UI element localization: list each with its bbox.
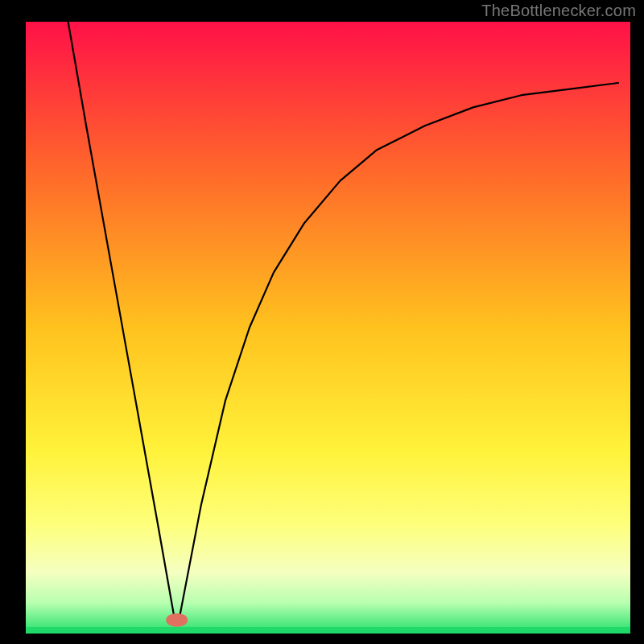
chart-svg — [0, 0, 644, 644]
baseline-strip — [26, 627, 630, 634]
optimum-marker — [166, 613, 188, 627]
plot-background — [26, 22, 630, 634]
watermark-text: TheBottlenecker.com — [481, 2, 636, 20]
chart-container: TheBottlenecker.com — [0, 0, 644, 644]
